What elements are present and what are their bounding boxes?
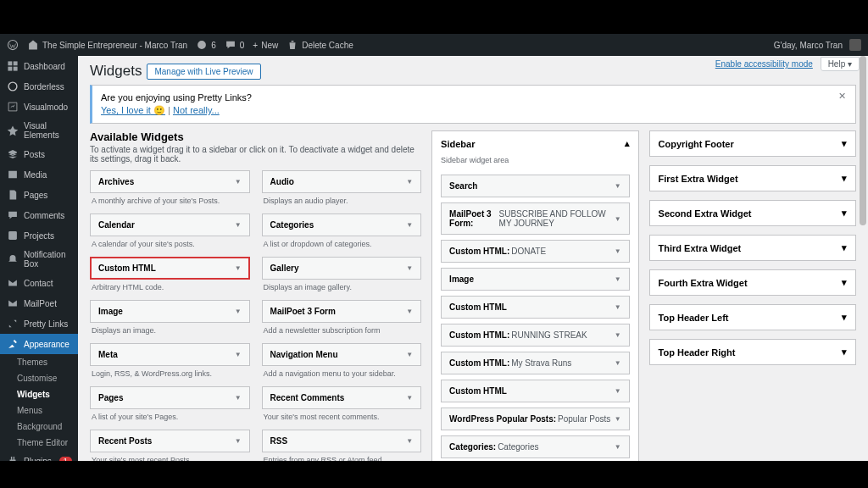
chevron-down-icon: ▾ <box>842 277 847 288</box>
svg-point-5 <box>8 82 17 91</box>
submenu-item-menus[interactable]: Menus <box>0 402 78 419</box>
placed-widget[interactable]: Custom HTML: My Strava Runs▼ <box>441 352 629 374</box>
sidebar-item-dashboard[interactable]: Dashboard <box>0 56 78 76</box>
placed-widget[interactable]: Custom HTML▼ <box>441 380 629 402</box>
submenu-item-customise[interactable]: Customise <box>0 370 78 386</box>
available-widget-pages[interactable]: Pages▼ <box>90 386 250 409</box>
placed-widget[interactable]: WordPress Popular Posts: Popular Posts▼ <box>441 408 629 430</box>
svg-rect-2 <box>14 61 18 65</box>
widget-area-first-extra-widget: First Extra Widget▾ <box>649 165 856 191</box>
widget-area-toggle[interactable]: Second Extra Widget▾ <box>650 201 855 225</box>
sidebar-item-posts[interactable]: Posts <box>0 144 78 164</box>
placed-widget[interactable]: Custom HTML▼ <box>441 296 629 319</box>
notice-yes-link[interactable]: Yes, I love it 🙂 <box>101 105 165 115</box>
chevron-down-icon: ▼ <box>406 178 413 186</box>
available-widget-mailpoet-3-form[interactable]: MailPoet 3 Form▼ <box>262 300 422 323</box>
comments-count[interactable]: 0 <box>225 39 245 51</box>
user-greeting[interactable]: G'day, Marco Tran <box>774 41 843 50</box>
chevron-down-icon: ▼ <box>235 437 242 445</box>
available-widgets: Available Widgets To activate a widget d… <box>90 130 421 461</box>
sidebar-item-notification-box[interactable]: Notification Box <box>0 246 78 273</box>
chevron-down-icon: ▼ <box>615 331 621 339</box>
delete-cache-button[interactable]: Delete Cache <box>287 39 353 51</box>
chevron-down-icon: ▼ <box>406 221 413 229</box>
help-tab[interactable]: Help ▾ <box>821 57 860 71</box>
svg-rect-1 <box>8 61 12 65</box>
submenu-item-background[interactable]: Background <box>0 419 78 435</box>
widget-area-top-header-left: Top Header Left▾ <box>649 304 856 330</box>
available-widget-audio[interactable]: Audio▼ <box>262 170 422 193</box>
widget-area-fourth-extra-widget: Fourth Extra Widget▾ <box>649 269 856 296</box>
sidebar-item-plugins[interactable]: Plugins1 <box>0 451 78 461</box>
widget-area-third-extra-widget: Third Extra Widget▾ <box>649 235 856 261</box>
pretty-links-notice: Are you enjoying using Pretty Links? Yes… <box>90 85 856 124</box>
live-preview-button[interactable]: Manage with Live Preview <box>147 64 260 80</box>
avatar[interactable] <box>849 39 861 51</box>
wp-logo[interactable] <box>7 39 19 51</box>
widget-area-toggle[interactable]: Copyright Footer▾ <box>650 131 855 156</box>
chevron-down-icon: ▼ <box>615 387 621 395</box>
available-widget-recent-posts[interactable]: Recent Posts▼ <box>90 430 250 452</box>
close-icon[interactable]: ✕ <box>838 91 850 103</box>
notice-no-link[interactable]: Not really... <box>173 105 220 115</box>
chevron-down-icon: ▼ <box>235 221 242 229</box>
sidebar-item-mailpoet[interactable]: MailPoet <box>0 293 78 313</box>
chevron-down-icon: ▼ <box>406 394 413 402</box>
site-name[interactable]: The Simple Entrepreneur - Marco Tran <box>27 39 187 51</box>
sidebar-item-visualmodo[interactable]: Visualmodo <box>0 97 78 117</box>
sidebar-item-comments[interactable]: Comments <box>0 205 78 225</box>
placed-widget[interactable]: Image▼ <box>441 268 629 291</box>
chevron-down-icon: ▼ <box>406 264 413 272</box>
svg-rect-3 <box>8 67 12 71</box>
available-widget-recent-comments[interactable]: Recent Comments▼ <box>262 386 422 409</box>
sidebar-item-pages[interactable]: Pages <box>0 185 78 205</box>
new-button[interactable]: + New <box>253 41 278 50</box>
page-title: Widgets <box>90 63 142 80</box>
widget-area-toggle[interactable]: Sidebar▴ <box>432 131 637 156</box>
available-widget-meta[interactable]: Meta▼ <box>90 343 250 366</box>
updates-count[interactable]: 6 <box>196 39 216 51</box>
available-widget-image[interactable]: Image▼ <box>90 300 250 323</box>
chevron-down-icon: ▼ <box>615 359 621 367</box>
submenu-item-themes[interactable]: Themes <box>0 354 78 370</box>
sidebar-item-media[interactable]: Media <box>0 164 78 185</box>
svg-rect-6 <box>8 231 17 240</box>
accessibility-link[interactable]: Enable accessibility mode <box>715 59 813 69</box>
placed-widget[interactable]: Search▼ <box>441 175 629 197</box>
chevron-down-icon: ▼ <box>235 264 242 272</box>
available-widget-rss[interactable]: RSS▼ <box>262 430 422 452</box>
available-widget-navigation-menu[interactable]: Navigation Menu▼ <box>262 343 422 366</box>
available-widget-calendar[interactable]: Calendar▼ <box>90 214 250 236</box>
available-widget-custom-html[interactable]: Custom HTML▼ <box>90 257 250 280</box>
submenu-item-widgets[interactable]: Widgets <box>0 386 78 402</box>
widget-area-toggle[interactable]: Fourth Extra Widget▾ <box>650 270 855 295</box>
sidebar-item-visual-elements[interactable]: Visual Elements <box>0 117 78 144</box>
widget-area-toggle[interactable]: Top Header Right▾ <box>650 340 855 364</box>
sidebar-item-projects[interactable]: Projects <box>0 225 78 246</box>
chevron-down-icon: ▼ <box>615 215 621 223</box>
sidebar-item-appearance[interactable]: Appearance <box>0 334 78 354</box>
sidebar-item-borderless[interactable]: Borderless <box>0 76 78 97</box>
chevron-down-icon: ▼ <box>615 275 621 283</box>
available-widget-categories[interactable]: Categories▼ <box>262 214 422 236</box>
available-widget-archives[interactable]: Archives▼ <box>90 170 250 193</box>
main-content: Enable accessibility mode Help ▾ Widgets… <box>78 56 868 461</box>
chevron-down-icon: ▾ <box>842 208 847 219</box>
scrollbar[interactable] <box>860 56 866 461</box>
widget-area-toggle[interactable]: Third Extra Widget▾ <box>650 236 855 260</box>
available-widget-gallery[interactable]: Gallery▼ <box>262 257 422 280</box>
submenu-item-theme-editor[interactable]: Theme Editor <box>0 435 78 451</box>
chevron-down-icon: ▼ <box>615 247 621 255</box>
widget-area-toggle[interactable]: First Extra Widget▾ <box>650 166 855 191</box>
sidebar-item-contact[interactable]: Contact <box>0 273 78 293</box>
placed-widget[interactable]: Custom HTML: DONATE▼ <box>441 240 629 263</box>
admin-sidebar: DashboardBorderlessVisualmodoVisual Elem… <box>0 56 78 461</box>
sidebar-item-pretty-links[interactable]: Pretty Links <box>0 313 78 334</box>
chevron-down-icon: ▼ <box>406 351 413 358</box>
placed-widget[interactable]: Custom HTML: RUNNING STREAK▼ <box>441 324 629 347</box>
placed-widget[interactable]: MailPoet 3 Form: SUBSCRIBE AND FOLLOW MY… <box>441 202 629 235</box>
placed-widget[interactable]: Categories: Categories▼ <box>441 435 629 458</box>
widget-area-toggle[interactable]: Top Header Left▾ <box>650 305 855 330</box>
chevron-up-icon: ▴ <box>625 138 630 149</box>
chevron-down-icon: ▼ <box>235 394 242 402</box>
